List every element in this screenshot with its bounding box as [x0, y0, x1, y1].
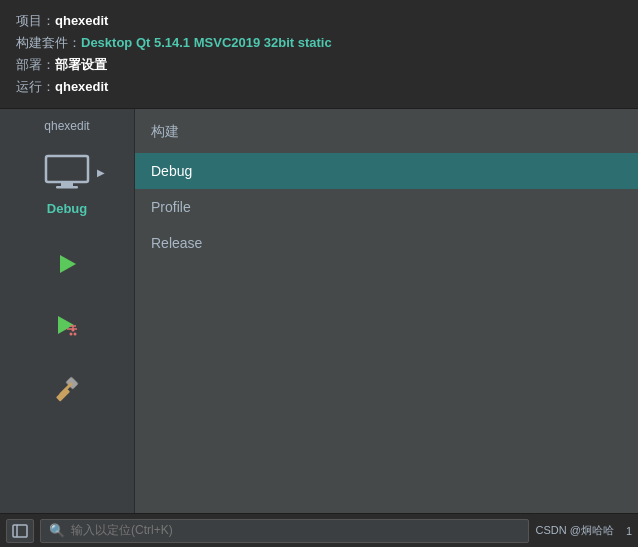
search-placeholder: 输入以定位(Ctrl+K) [71, 522, 173, 539]
svg-marker-3 [60, 255, 76, 273]
build-item-release[interactable]: Release [135, 225, 638, 261]
svg-point-6 [70, 333, 73, 336]
svg-rect-15 [13, 525, 27, 537]
sidebar-device-block[interactable]: ▶ Debug [0, 141, 134, 222]
device-icon-container: ▶ [37, 147, 97, 197]
header-run-row: 运行：qhexedit [16, 76, 622, 98]
main-content: qhexedit ▶ Debug [0, 109, 638, 513]
header-project-row: 项目：qhexedit [16, 10, 622, 32]
sidebar-project-name: qhexedit [44, 119, 89, 133]
status-bar: 🔍 输入以定位(Ctrl+K) CSDN @炯哈哈 1 [0, 513, 638, 547]
svg-rect-0 [46, 156, 88, 182]
search-icon: 🔍 [49, 523, 65, 538]
search-bar[interactable]: 🔍 输入以定位(Ctrl+K) [40, 519, 529, 543]
build-label: 构建套件： [16, 35, 81, 50]
build-item-profile[interactable]: Profile [135, 189, 638, 225]
sidebar-toggle-button[interactable] [6, 519, 34, 543]
panel-title: 构建 [135, 109, 638, 153]
deploy-value: 部署设置 [55, 57, 107, 72]
right-panel: 构建 Debug Profile Release [135, 109, 638, 513]
run-button[interactable] [45, 242, 89, 286]
build-button[interactable] [45, 366, 89, 410]
project-label: 项目： [16, 13, 55, 28]
build-value: Desktop Qt 5.14.1 MSVC2019 32bit static [81, 35, 332, 50]
header-build-row: 构建套件：Desktop Qt 5.14.1 MSVC2019 32bit st… [16, 32, 622, 54]
deploy-label: 部署： [16, 57, 55, 72]
svg-point-7 [74, 333, 77, 336]
debug-run-button[interactable] [45, 304, 89, 348]
sidebar: qhexedit ▶ Debug [0, 109, 135, 513]
run-label: 运行： [16, 79, 55, 94]
build-item-debug[interactable]: Debug [135, 153, 638, 189]
status-right-text: CSDN @炯哈哈 [535, 523, 613, 538]
status-line-number: 1 [626, 525, 632, 537]
svg-rect-2 [56, 186, 78, 189]
build-list: Debug Profile Release [135, 153, 638, 261]
sidebar-actions [0, 242, 134, 410]
monitor-icon [44, 154, 90, 190]
svg-rect-1 [61, 182, 73, 186]
project-value: qhexedit [55, 13, 108, 28]
header: 项目：qhexedit 构建套件：Desktop Qt 5.14.1 MSVC2… [0, 0, 638, 109]
run-value: qhexedit [55, 79, 108, 94]
svg-rect-12 [56, 388, 70, 402]
expand-arrow-icon: ▶ [97, 167, 105, 178]
sidebar-debug-label: Debug [47, 201, 87, 216]
header-deploy-row: 部署：部署设置 [16, 54, 622, 76]
